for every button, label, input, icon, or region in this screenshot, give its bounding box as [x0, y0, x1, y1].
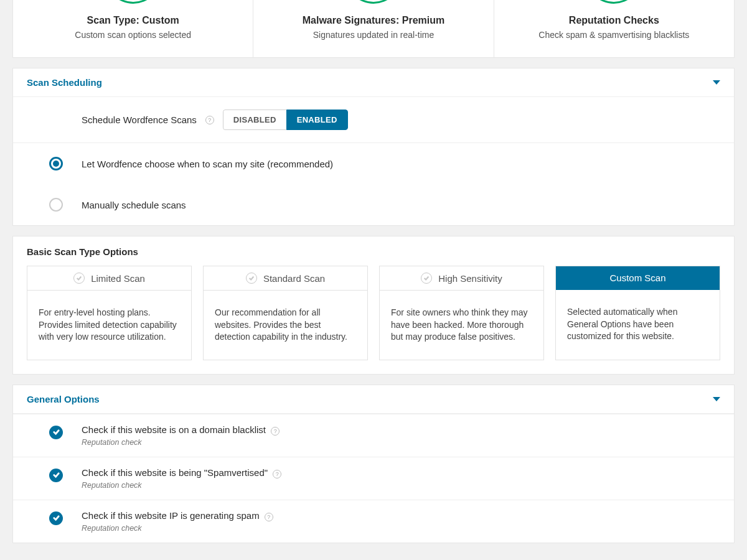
check-icon	[73, 273, 85, 284]
radio-auto[interactable]	[49, 157, 63, 170]
check-icon	[246, 273, 257, 284]
status-malware-signatures: 100% Malware Signatures: Premium Signatu…	[253, 0, 494, 57]
schedule-toggle: DISABLED ENABLED	[223, 110, 348, 130]
scan-status-row: 100% Scan Type: Custom Custom scan optio…	[12, 0, 735, 58]
schedule-toggle-row: Schedule Wordfence Scans ? DISABLED ENAB…	[13, 97, 734, 143]
option-checkbox[interactable]	[49, 426, 63, 439]
chevron-down-icon	[713, 80, 720, 85]
scan-type-desc: Our recommendation for all websites. Pro…	[204, 291, 367, 360]
help-icon[interactable]: ?	[265, 513, 273, 521]
progress-circle-icon: 100%	[345, 0, 402, 4]
scan-type-name: Limited Scan	[91, 273, 145, 284]
scan-type-name: High Sensitivity	[438, 273, 502, 284]
option-sublabel: Reputation check	[82, 524, 273, 533]
scan-type-name: Custom Scan	[609, 273, 665, 283]
basic-scan-type-header: Basic Scan Type Options	[13, 236, 734, 266]
schedule-disabled-button[interactable]: DISABLED	[223, 110, 286, 130]
radio-manual[interactable]	[49, 198, 63, 212]
option-sublabel: Reputation check	[82, 438, 280, 447]
progress-circle-icon: 100%	[586, 0, 642, 4]
schedule-scans-label: Schedule Wordfence Scans	[82, 114, 197, 125]
scan-type-standard[interactable]: Standard Scan Our recommendation for all…	[203, 266, 368, 360]
scan-scheduling-header[interactable]: Scan Scheduling	[13, 68, 734, 97]
help-icon[interactable]: ?	[205, 116, 214, 124]
scan-scheduling-section: Scan Scheduling Schedule Wordfence Scans…	[12, 68, 735, 226]
option-label: Check if this website is being "Spamvert…	[82, 467, 281, 478]
option-checkbox[interactable]	[49, 469, 63, 482]
status-subtitle: Custom scan options selected	[23, 30, 243, 40]
chevron-down-icon	[713, 397, 720, 401]
radio-auto-label: Let Wordfence choose when to scan my sit…	[82, 159, 333, 169]
check-icon	[421, 273, 432, 284]
schedule-enabled-button[interactable]: ENABLED	[286, 110, 348, 130]
option-checkbox[interactable]	[49, 511, 63, 525]
option-sublabel: Reputation check	[82, 481, 281, 490]
option-label: Check if this website IP is generating s…	[82, 510, 273, 521]
status-title: Malware Signatures: Premium	[263, 15, 483, 26]
schedule-auto-row[interactable]: Let Wordfence choose when to scan my sit…	[13, 143, 734, 184]
progress-circle-icon: 100%	[105, 0, 161, 4]
option-ip-spam[interactable]: Check if this website IP is generating s…	[13, 500, 734, 543]
status-title: Reputation Checks	[504, 15, 724, 26]
status-scan-type: 100% Scan Type: Custom Custom scan optio…	[13, 0, 253, 57]
option-spamvertised[interactable]: Check if this website is being "Spamvert…	[13, 457, 734, 500]
scan-scheduling-title: Scan Scheduling	[27, 77, 102, 88]
scan-type-cards: Limited Scan For entry-level hosting pla…	[13, 266, 734, 374]
option-domain-blacklist[interactable]: Check if this website is on a domain bla…	[13, 414, 734, 457]
status-title: Scan Type: Custom	[23, 15, 243, 26]
scan-type-high-sensitivity[interactable]: High Sensitivity For site owners who thi…	[379, 266, 544, 360]
scan-type-desc: Selected automatically when General Opti…	[556, 290, 720, 359]
general-options-title: General Options	[27, 394, 100, 404]
status-subtitle: Check spam & spamvertising blacklists	[504, 30, 724, 40]
status-subtitle: Signatures updated in real-time	[263, 30, 483, 40]
help-icon[interactable]: ?	[273, 470, 281, 478]
scan-type-name: Standard Scan	[263, 273, 325, 284]
schedule-manual-row[interactable]: Manually schedule scans	[13, 184, 734, 225]
radio-manual-label: Manually schedule scans	[82, 200, 186, 210]
general-options-header[interactable]: General Options	[13, 385, 734, 414]
general-options-section: General Options Check if this website is…	[12, 385, 735, 543]
scan-type-custom[interactable]: Custom Scan Selected automatically when …	[555, 266, 720, 360]
status-reputation-checks: 100% Reputation Checks Check spam & spam…	[494, 0, 734, 57]
help-icon[interactable]: ?	[271, 427, 280, 436]
scan-type-desc: For entry-level hosting plans. Provides …	[27, 291, 191, 360]
option-label: Check if this website is on a domain bla…	[82, 424, 280, 436]
basic-scan-type-section: Basic Scan Type Options Limited Scan For…	[12, 236, 735, 375]
basic-scan-type-title: Basic Scan Type Options	[27, 246, 138, 257]
scan-type-limited[interactable]: Limited Scan For entry-level hosting pla…	[27, 266, 192, 360]
scan-type-desc: For site owners who think they may have …	[380, 291, 543, 360]
